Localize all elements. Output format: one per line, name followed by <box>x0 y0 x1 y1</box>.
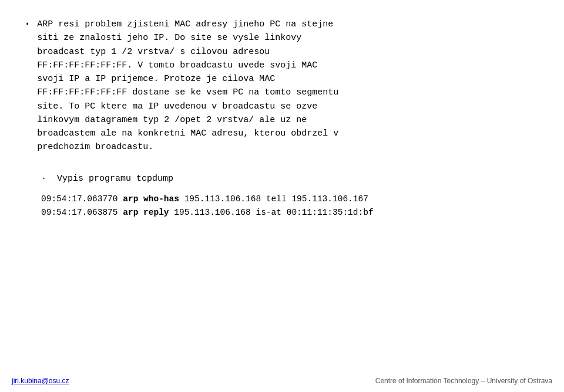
main-content: · ARP resi problem zjisteni MAC adresy j… <box>0 0 564 219</box>
vypis-section: · Vypis programu tcpdump 09:54:17.063770… <box>41 172 540 220</box>
bullet-text-1: ARP resi problem zjisteni MAC adresy jin… <box>37 18 540 154</box>
bullet-section: · ARP resi problem zjisteni MAC adresy j… <box>24 18 540 154</box>
code-args-2: 195.113.106.168 is-at 00:11:11:35:1d:bf <box>169 208 374 217</box>
code-lines: 09:54:17.063770 arp who-has 195.113.106.… <box>41 192 540 219</box>
code-args-1: 195.113.106.168 tell 195.113.106.167 <box>179 194 368 204</box>
bullet-item-1: · ARP resi problem zjisteni MAC adresy j… <box>24 18 540 154</box>
code-line-1: 09:54:17.063770 arp who-has 195.113.106.… <box>41 192 540 206</box>
code-line-2: 09:54:17.063875 arp reply 195.113.106.16… <box>41 206 540 219</box>
footer: jiri.kubina@osu.cz Centre of Information… <box>0 377 564 385</box>
code-command-1: arp who-has <box>118 194 179 204</box>
timestamp-2: 09:54:17.063875 <box>41 208 118 217</box>
vypis-label-text: Vypis programu tcpdump <box>57 174 173 184</box>
timestamp-1: 09:54:17.063770 <box>41 194 118 204</box>
footer-email-link[interactable]: jiri.kubina@osu.cz <box>12 377 69 385</box>
to-highlight: To <box>69 102 79 111</box>
vypis-label: · Vypis programu tcpdump <box>41 172 540 185</box>
code-command-2: arp reply <box>118 208 169 217</box>
bullet-dot: · <box>24 16 31 33</box>
footer-institution: Centre of Information Technology – Unive… <box>375 377 552 385</box>
